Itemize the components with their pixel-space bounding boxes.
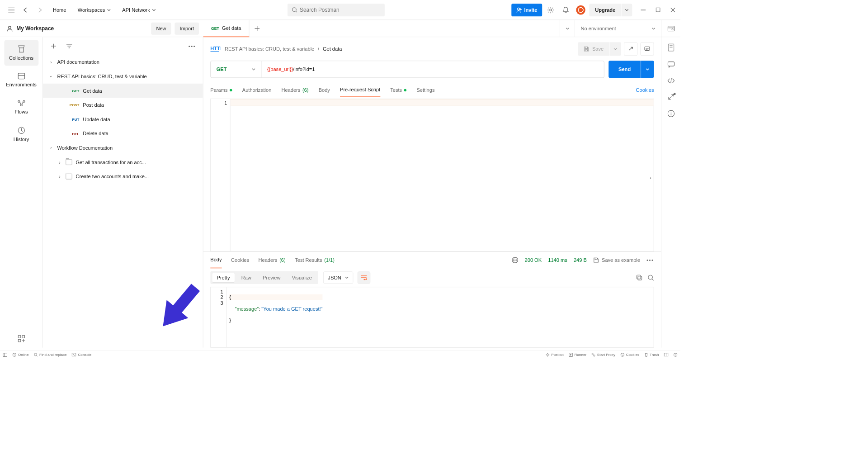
sidebar-toggle-icon[interactable]: [3, 353, 7, 357]
new-button[interactable]: New: [151, 22, 171, 34]
format-selector[interactable]: JSON: [323, 271, 353, 284]
left-rail: Collections Environments Flows History: [0, 37, 43, 348]
copy-response-icon[interactable]: [636, 274, 642, 281]
response-more-icon[interactable]: •••: [646, 257, 654, 263]
account-avatar[interactable]: [574, 4, 587, 16]
back-icon[interactable]: [19, 4, 32, 16]
request-tab-active[interactable]: GET Get data: [203, 20, 250, 37]
sidebar-more-icon[interactable]: •••: [186, 40, 198, 52]
upgrade-button[interactable]: Upgrade: [590, 4, 621, 16]
hamburger-icon[interactable]: [5, 4, 18, 16]
info-icon[interactable]: [667, 110, 675, 117]
send-menu[interactable]: [641, 61, 654, 78]
search-input[interactable]: [300, 7, 380, 13]
tree-label: REST API basics: CRUD, test & variable: [57, 74, 146, 80]
tabs-menu[interactable]: [560, 20, 575, 37]
view-raw[interactable]: Raw: [236, 273, 256, 283]
tree-folder[interactable]: › Create two accounts and make...: [43, 169, 203, 184]
response-body[interactable]: 1 2 3 { "message": "You made a GET reque…: [210, 287, 654, 347]
tree-collection[interactable]: › REST API basics: CRUD, test & variable: [43, 69, 203, 84]
send-button[interactable]: Send: [609, 61, 641, 78]
view-visualize[interactable]: Visualize: [287, 273, 317, 283]
tree-request[interactable]: POST Post data: [43, 98, 203, 112]
nav-api-network[interactable]: API Network: [117, 4, 160, 16]
settings-icon[interactable]: [544, 4, 557, 16]
environment-selector[interactable]: No environment: [575, 20, 661, 37]
rail-collections[interactable]: Collections: [4, 40, 38, 66]
rail-configure-icon[interactable]: [4, 330, 38, 348]
search-response-icon[interactable]: [647, 274, 654, 281]
network-icon[interactable]: [512, 257, 518, 263]
comments-icon[interactable]: [640, 42, 654, 56]
breadcrumb[interactable]: REST API basics: CRUD, test & variable /…: [225, 46, 342, 52]
method-selector[interactable]: GET: [211, 61, 261, 77]
tab-body[interactable]: Body: [319, 83, 330, 97]
chevron-down-icon: [152, 9, 156, 11]
resp-tab-body[interactable]: Body: [210, 252, 222, 268]
nav-workspaces[interactable]: Workspaces: [73, 4, 116, 16]
view-pretty[interactable]: Pretty: [212, 273, 235, 283]
tab-headers[interactable]: Headers (6): [281, 83, 308, 97]
resp-tab-cookies[interactable]: Cookies: [231, 252, 249, 268]
share-icon[interactable]: [624, 42, 637, 56]
line-number: 2: [211, 294, 223, 300]
resp-tab-tests[interactable]: Test Results (1/1): [295, 252, 335, 268]
view-preview[interactable]: Preview: [258, 273, 285, 283]
method-tag: DEL: [67, 132, 80, 136]
import-button[interactable]: Import: [175, 22, 199, 34]
trash-button[interactable]: Trash: [644, 353, 659, 357]
tree-folder[interactable]: › Get all transactions for an acc...: [43, 155, 203, 170]
rail-history[interactable]: History: [4, 122, 38, 147]
resp-tab-headers[interactable]: Headers (6): [259, 252, 286, 268]
tab-tests[interactable]: Tests: [390, 83, 406, 97]
status-time: 1140 ms: [548, 257, 567, 263]
code-snippet-icon[interactable]: [667, 78, 675, 84]
sidebar-add-button[interactable]: [47, 40, 60, 52]
new-tab-button[interactable]: [250, 20, 265, 37]
rail-environments[interactable]: Environments: [4, 67, 38, 93]
global-search[interactable]: [288, 4, 385, 16]
tree-collection[interactable]: › Workflow Documentation: [43, 141, 203, 155]
sync-status[interactable]: Online: [12, 353, 28, 357]
save-as-example-button[interactable]: Save as example: [593, 257, 640, 263]
svg-point-73: [621, 353, 624, 356]
wrap-lines-icon[interactable]: [357, 271, 370, 284]
save-menu[interactable]: [610, 42, 621, 56]
comments-rail-icon[interactable]: [667, 62, 675, 68]
tab-prerequest-script[interactable]: Pre-request Script: [340, 83, 380, 97]
two-pane-icon[interactable]: [664, 353, 669, 356]
runner-button[interactable]: Runner: [569, 353, 586, 357]
cookies-button[interactable]: Cookies: [620, 353, 639, 357]
find-replace-button[interactable]: Find and replace: [34, 353, 67, 357]
line-number: 1: [211, 289, 223, 294]
upgrade-menu[interactable]: [622, 4, 632, 16]
nav-home[interactable]: Home: [48, 4, 71, 16]
workspace-title[interactable]: My Workspace: [16, 25, 147, 31]
script-editor[interactable]: 1 ‹: [210, 99, 654, 251]
sidebar-filter-icon[interactable]: [63, 40, 75, 52]
invite-button[interactable]: Invite: [511, 4, 542, 16]
cookies-link[interactable]: Cookies: [636, 87, 654, 93]
tab-authorization[interactable]: Authorization: [242, 83, 272, 97]
tree-request[interactable]: DEL Delete data: [43, 127, 203, 141]
window-close-icon[interactable]: [670, 7, 675, 12]
tree-collection[interactable]: › API documentation: [43, 55, 203, 70]
window-maximize-icon[interactable]: [656, 7, 660, 12]
expand-icon[interactable]: [668, 94, 674, 100]
console-button[interactable]: Console: [72, 353, 92, 357]
documentation-icon[interactable]: [668, 43, 674, 51]
notifications-icon[interactable]: [559, 4, 572, 16]
tree-request-get-data[interactable]: GET Get data: [43, 84, 203, 98]
window-minimize-icon[interactable]: [641, 7, 646, 12]
svg-rect-63: [3, 353, 7, 356]
url-input[interactable]: {{base_url}}/info?id=1: [261, 61, 604, 77]
tab-params[interactable]: Params: [210, 83, 232, 97]
rail-flows[interactable]: Flows: [4, 95, 38, 120]
start-proxy-button[interactable]: Start Proxy: [591, 353, 615, 357]
tree-request[interactable]: PUT Update data: [43, 112, 203, 127]
tab-settings[interactable]: Settings: [416, 83, 434, 97]
collapse-icon[interactable]: ‹: [650, 175, 651, 181]
environment-quicklook-icon[interactable]: [661, 20, 680, 37]
postbot-button[interactable]: Postbot: [546, 353, 564, 357]
help-icon[interactable]: [674, 353, 678, 357]
